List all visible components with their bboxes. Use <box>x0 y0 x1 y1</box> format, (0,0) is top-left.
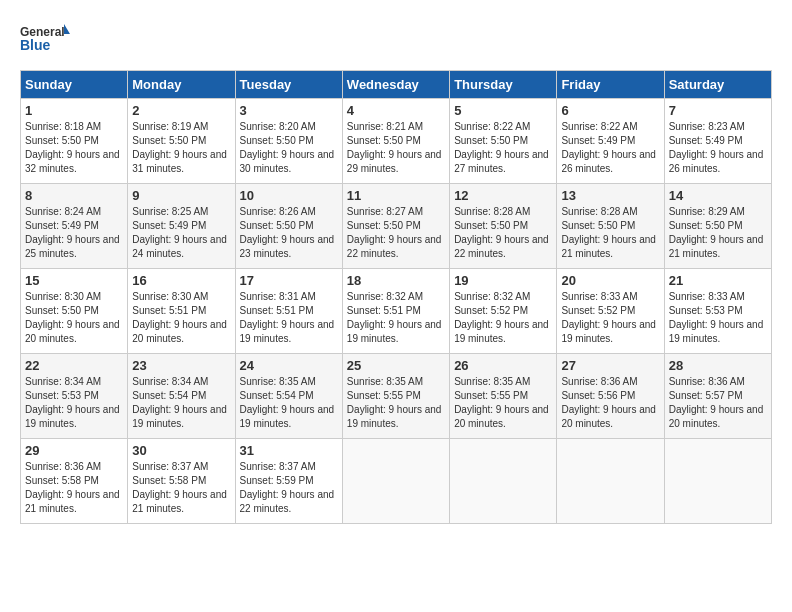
sunrise-label: Sunrise: 8:30 AM <box>25 291 101 302</box>
daylight-label: Daylight: 9 hours and 27 minutes. <box>454 149 549 174</box>
calendar-week-row: 1 Sunrise: 8:18 AM Sunset: 5:50 PM Dayli… <box>21 99 772 184</box>
sunset-label: Sunset: 5:50 PM <box>347 220 421 231</box>
day-header-tuesday: Tuesday <box>235 71 342 99</box>
sunset-label: Sunset: 5:50 PM <box>454 220 528 231</box>
sunset-label: Sunset: 5:51 PM <box>240 305 314 316</box>
calendar-header-row: SundayMondayTuesdayWednesdayThursdayFrid… <box>21 71 772 99</box>
daylight-label: Daylight: 9 hours and 31 minutes. <box>132 149 227 174</box>
sunset-label: Sunset: 5:54 PM <box>240 390 314 401</box>
day-info: Sunrise: 8:37 AM Sunset: 5:58 PM Dayligh… <box>132 460 230 516</box>
day-number: 30 <box>132 443 230 458</box>
daylight-label: Daylight: 9 hours and 22 minutes. <box>454 234 549 259</box>
daylight-label: Daylight: 9 hours and 32 minutes. <box>25 149 120 174</box>
calendar-day-cell: 14 Sunrise: 8:29 AM Sunset: 5:50 PM Dayl… <box>664 184 771 269</box>
calendar-day-cell: 4 Sunrise: 8:21 AM Sunset: 5:50 PM Dayli… <box>342 99 449 184</box>
daylight-label: Daylight: 9 hours and 29 minutes. <box>347 149 442 174</box>
sunset-label: Sunset: 5:55 PM <box>454 390 528 401</box>
sunset-label: Sunset: 5:49 PM <box>132 220 206 231</box>
sunrise-label: Sunrise: 8:28 AM <box>454 206 530 217</box>
sunset-label: Sunset: 5:54 PM <box>132 390 206 401</box>
sunrise-label: Sunrise: 8:34 AM <box>132 376 208 387</box>
sunset-label: Sunset: 5:49 PM <box>25 220 99 231</box>
day-number: 11 <box>347 188 445 203</box>
day-number: 18 <box>347 273 445 288</box>
day-header-thursday: Thursday <box>450 71 557 99</box>
daylight-label: Daylight: 9 hours and 19 minutes. <box>561 319 656 344</box>
day-info: Sunrise: 8:30 AM Sunset: 5:51 PM Dayligh… <box>132 290 230 346</box>
day-header-saturday: Saturday <box>664 71 771 99</box>
daylight-label: Daylight: 9 hours and 24 minutes. <box>132 234 227 259</box>
sunset-label: Sunset: 5:53 PM <box>669 305 743 316</box>
calendar-day-cell: 22 Sunrise: 8:34 AM Sunset: 5:53 PM Dayl… <box>21 354 128 439</box>
sunset-label: Sunset: 5:50 PM <box>347 135 421 146</box>
sunset-label: Sunset: 5:50 PM <box>240 135 314 146</box>
calendar-day-cell <box>342 439 449 524</box>
sunrise-label: Sunrise: 8:27 AM <box>347 206 423 217</box>
sunrise-label: Sunrise: 8:32 AM <box>454 291 530 302</box>
day-number: 7 <box>669 103 767 118</box>
day-info: Sunrise: 8:27 AM Sunset: 5:50 PM Dayligh… <box>347 205 445 261</box>
sunrise-label: Sunrise: 8:34 AM <box>25 376 101 387</box>
day-number: 28 <box>669 358 767 373</box>
day-number: 14 <box>669 188 767 203</box>
sunset-label: Sunset: 5:50 PM <box>25 135 99 146</box>
day-number: 25 <box>347 358 445 373</box>
day-header-wednesday: Wednesday <box>342 71 449 99</box>
sunrise-label: Sunrise: 8:33 AM <box>669 291 745 302</box>
sunset-label: Sunset: 5:50 PM <box>669 220 743 231</box>
day-number: 12 <box>454 188 552 203</box>
sunset-label: Sunset: 5:57 PM <box>669 390 743 401</box>
day-info: Sunrise: 8:25 AM Sunset: 5:49 PM Dayligh… <box>132 205 230 261</box>
sunset-label: Sunset: 5:50 PM <box>561 220 635 231</box>
day-number: 3 <box>240 103 338 118</box>
daylight-label: Daylight: 9 hours and 19 minutes. <box>25 404 120 429</box>
sunrise-label: Sunrise: 8:23 AM <box>669 121 745 132</box>
day-number: 24 <box>240 358 338 373</box>
day-number: 10 <box>240 188 338 203</box>
svg-text:Blue: Blue <box>20 37 51 53</box>
day-number: 6 <box>561 103 659 118</box>
day-number: 29 <box>25 443 123 458</box>
day-info: Sunrise: 8:33 AM Sunset: 5:53 PM Dayligh… <box>669 290 767 346</box>
daylight-label: Daylight: 9 hours and 19 minutes. <box>132 404 227 429</box>
sunrise-label: Sunrise: 8:28 AM <box>561 206 637 217</box>
day-info: Sunrise: 8:34 AM Sunset: 5:54 PM Dayligh… <box>132 375 230 431</box>
daylight-label: Daylight: 9 hours and 30 minutes. <box>240 149 335 174</box>
sunrise-label: Sunrise: 8:20 AM <box>240 121 316 132</box>
sunrise-label: Sunrise: 8:31 AM <box>240 291 316 302</box>
daylight-label: Daylight: 9 hours and 26 minutes. <box>669 149 764 174</box>
daylight-label: Daylight: 9 hours and 19 minutes. <box>240 319 335 344</box>
day-number: 19 <box>454 273 552 288</box>
calendar-day-cell: 27 Sunrise: 8:36 AM Sunset: 5:56 PM Dayl… <box>557 354 664 439</box>
sunrise-label: Sunrise: 8:37 AM <box>132 461 208 472</box>
sunset-label: Sunset: 5:51 PM <box>132 305 206 316</box>
day-number: 2 <box>132 103 230 118</box>
sunrise-label: Sunrise: 8:35 AM <box>347 376 423 387</box>
day-number: 22 <box>25 358 123 373</box>
calendar-day-cell: 30 Sunrise: 8:37 AM Sunset: 5:58 PM Dayl… <box>128 439 235 524</box>
day-info: Sunrise: 8:36 AM Sunset: 5:57 PM Dayligh… <box>669 375 767 431</box>
day-info: Sunrise: 8:35 AM Sunset: 5:54 PM Dayligh… <box>240 375 338 431</box>
calendar-day-cell: 7 Sunrise: 8:23 AM Sunset: 5:49 PM Dayli… <box>664 99 771 184</box>
calendar-day-cell: 6 Sunrise: 8:22 AM Sunset: 5:49 PM Dayli… <box>557 99 664 184</box>
calendar-day-cell: 9 Sunrise: 8:25 AM Sunset: 5:49 PM Dayli… <box>128 184 235 269</box>
day-header-sunday: Sunday <box>21 71 128 99</box>
sunrise-label: Sunrise: 8:26 AM <box>240 206 316 217</box>
sunset-label: Sunset: 5:49 PM <box>669 135 743 146</box>
calendar-day-cell: 12 Sunrise: 8:28 AM Sunset: 5:50 PM Dayl… <box>450 184 557 269</box>
day-number: 21 <box>669 273 767 288</box>
sunset-label: Sunset: 5:53 PM <box>25 390 99 401</box>
sunset-label: Sunset: 5:50 PM <box>25 305 99 316</box>
calendar-day-cell: 16 Sunrise: 8:30 AM Sunset: 5:51 PM Dayl… <box>128 269 235 354</box>
calendar-week-row: 29 Sunrise: 8:36 AM Sunset: 5:58 PM Dayl… <box>21 439 772 524</box>
day-number: 1 <box>25 103 123 118</box>
logo-svg: General Blue <box>20 20 70 60</box>
daylight-label: Daylight: 9 hours and 21 minutes. <box>669 234 764 259</box>
sunset-label: Sunset: 5:52 PM <box>454 305 528 316</box>
calendar-day-cell: 11 Sunrise: 8:27 AM Sunset: 5:50 PM Dayl… <box>342 184 449 269</box>
day-info: Sunrise: 8:33 AM Sunset: 5:52 PM Dayligh… <box>561 290 659 346</box>
day-number: 26 <box>454 358 552 373</box>
day-number: 31 <box>240 443 338 458</box>
calendar-week-row: 22 Sunrise: 8:34 AM Sunset: 5:53 PM Dayl… <box>21 354 772 439</box>
sunset-label: Sunset: 5:50 PM <box>240 220 314 231</box>
